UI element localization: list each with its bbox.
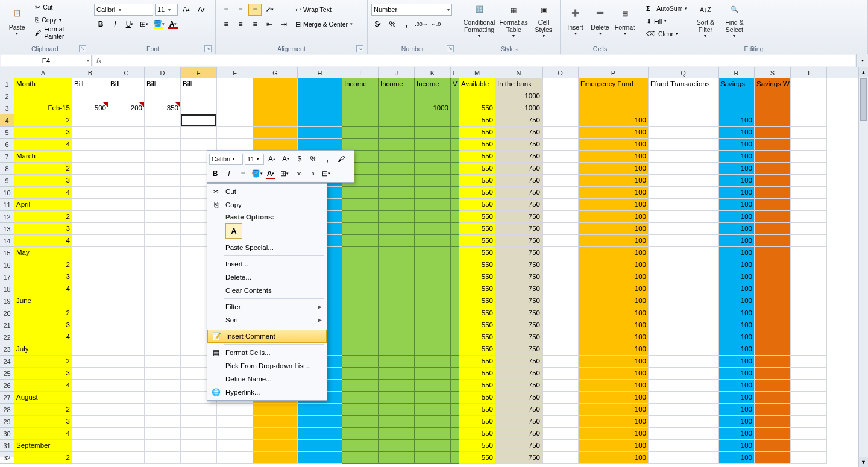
cell-K14[interactable] [415,235,451,247]
cell-C12[interactable] [108,211,145,223]
align-middle-button[interactable]: ≡ [234,4,247,16]
cell-M31[interactable]: 550 [459,440,495,452]
cell-I32[interactable] [342,452,379,464]
cell-F3[interactable] [217,102,253,114]
cell-G2[interactable] [253,90,298,102]
cell-A21[interactable]: 3 [14,319,72,331]
cell-T14[interactable] [791,235,827,247]
col-header-M[interactable]: M [459,67,495,78]
cell-M23[interactable]: 550 [459,343,495,356]
cell-S29[interactable] [755,416,791,428]
cell-T21[interactable] [791,319,827,331]
cell-K4[interactable] [415,114,451,127]
cell-J17[interactable] [379,271,415,283]
cell-J31[interactable] [379,440,415,452]
cell-B2[interactable] [72,90,108,102]
cell-L5[interactable] [451,127,459,139]
cell-M7[interactable]: 550 [459,151,495,163]
cell-O6[interactable] [542,139,579,151]
cell-S16[interactable] [755,259,791,271]
cell-T19[interactable] [791,295,827,307]
cell-T15[interactable] [791,247,827,259]
cell-P2[interactable] [579,90,649,102]
cell-P8[interactable]: 100 [579,163,649,175]
delete-button[interactable]: ➖Delete▾ [589,1,611,39]
cell-F32[interactable] [217,452,253,464]
cell-I27[interactable] [342,392,379,404]
cell-K8[interactable] [415,163,451,175]
cell-Q3[interactable] [649,102,719,114]
cell-C28[interactable] [108,404,145,416]
cell-F6[interactable] [217,139,253,151]
align-top-button[interactable]: ≡ [219,4,233,16]
row-header-6[interactable]: 6 [0,139,14,151]
cell-L29[interactable] [451,416,459,428]
cell-O15[interactable] [542,247,579,259]
cell-K32[interactable] [415,452,451,464]
scroll-up-arrow[interactable]: ▲ [859,67,868,77]
cell-I24[interactable] [342,356,379,368]
cell-G32[interactable] [253,452,298,464]
col-header-T[interactable]: T [791,67,827,78]
cell-N23[interactable]: 750 [495,343,542,356]
cell-F1[interactable] [217,78,253,90]
cell-C30[interactable] [108,428,145,440]
cell-Q32[interactable] [649,452,719,464]
cell-K19[interactable] [415,295,451,307]
copy-button[interactable]: ⎘Copy▾ [33,14,86,26]
cell-O22[interactable] [542,331,579,343]
cell-N25[interactable]: 750 [495,368,542,380]
cell-K27[interactable] [415,392,451,404]
cell-T28[interactable] [791,404,827,416]
cell-styles-button[interactable]: ▣Cell Styles▾ [530,1,556,39]
mini-merge[interactable]: ⊟▾ [320,168,332,179]
cell-D8[interactable] [145,163,181,175]
cell-Q10[interactable] [649,187,719,199]
insert-button[interactable]: ➕Insert▾ [564,1,587,39]
row-header-8[interactable]: 8 [0,163,14,175]
cell-S15[interactable] [755,247,791,259]
cell-O4[interactable] [542,114,579,127]
cell-O5[interactable] [542,127,579,139]
cell-J27[interactable] [379,392,415,404]
cell-A30[interactable]: 4 [14,428,72,440]
cell-S1[interactable]: Savings Withdrawn [755,78,791,90]
cell-G3[interactable] [253,102,298,114]
mini-bold[interactable]: B [209,168,221,179]
paste-button[interactable]: 📋 Paste▾ [4,1,30,39]
cell-K20[interactable] [415,307,451,319]
cell-O12[interactable] [542,211,579,223]
cell-S18[interactable] [755,283,791,295]
cell-O10[interactable] [542,187,579,199]
cell-S12[interactable] [755,211,791,223]
cell-A27[interactable]: August [14,392,72,404]
col-header-D[interactable]: D [145,67,181,78]
cell-I5[interactable] [342,127,379,139]
cell-B29[interactable] [72,416,108,428]
formula-input[interactable]: fx [93,55,855,66]
row-header-30[interactable]: 30 [0,428,14,440]
cell-A29[interactable]: 3 [14,416,72,428]
cell-C26[interactable] [108,380,145,392]
cell-P26[interactable]: 100 [579,380,649,392]
cell-P21[interactable]: 100 [579,319,649,331]
cell-D14[interactable] [145,235,181,247]
cell-L32[interactable] [451,452,459,464]
cell-S26[interactable] [755,380,791,392]
cell-M30[interactable]: 550 [459,428,495,440]
cell-P12[interactable]: 100 [579,211,649,223]
cell-N3[interactable]: 1000 [495,102,542,114]
cell-C21[interactable] [108,319,145,331]
mini-comma[interactable]: , [321,154,333,165]
cell-O17[interactable] [542,271,579,283]
cell-N7[interactable]: 750 [495,151,542,163]
mini-painter[interactable]: 🖌 [335,154,347,165]
cell-I2[interactable] [342,90,379,102]
ctx-copy[interactable]: ⎘Copy [207,198,327,212]
cell-I28[interactable] [342,404,379,416]
cell-O31[interactable] [542,440,579,452]
cell-L4[interactable] [451,114,459,127]
cell-S30[interactable] [755,428,791,440]
cell-L24[interactable] [451,356,459,368]
cell-E29[interactable] [181,416,217,428]
